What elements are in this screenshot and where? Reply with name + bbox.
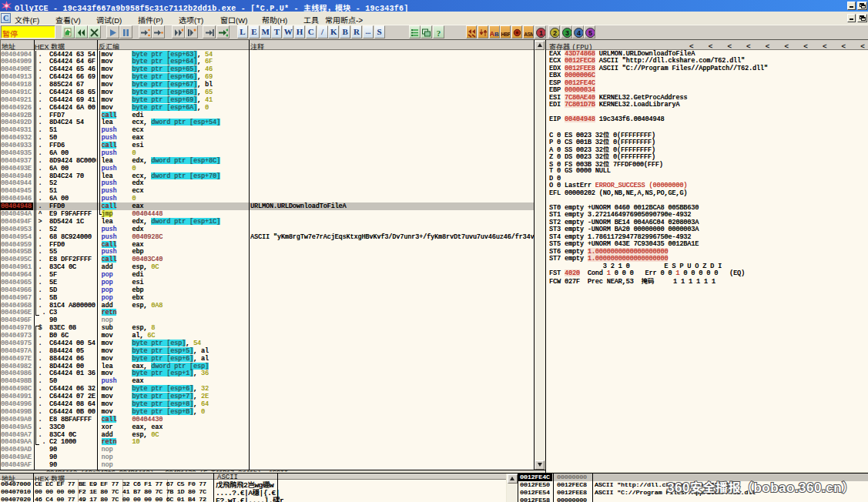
svg-text:4: 4 — [577, 29, 581, 37]
svg-text:2: 2 — [552, 29, 556, 37]
svg-text:3: 3 — [565, 29, 569, 37]
svg-text:5: 5 — [588, 29, 592, 37]
svg-text:1: 1 — [539, 29, 543, 37]
